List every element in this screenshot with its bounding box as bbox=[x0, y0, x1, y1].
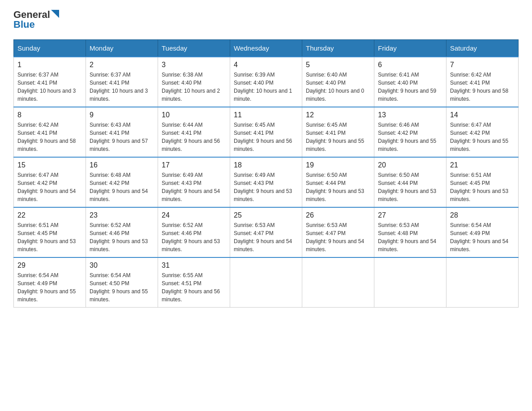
day-number-5: 5 bbox=[306, 61, 370, 69]
day-number-17: 17 bbox=[162, 161, 226, 169]
day-cell-6: 6Sunrise: 6:41 AMSunset: 4:40 PMDaylight… bbox=[374, 57, 446, 107]
weekday-header-saturday: Saturday bbox=[446, 40, 519, 57]
day-info-25: Sunrise: 6:53 AMSunset: 4:47 PMDaylight:… bbox=[234, 221, 298, 253]
day-info-4: Sunrise: 6:39 AMSunset: 4:40 PMDaylight:… bbox=[234, 71, 298, 103]
day-cell-22: 22Sunrise: 6:51 AMSunset: 4:45 PMDayligh… bbox=[14, 207, 86, 257]
day-number-26: 26 bbox=[306, 211, 370, 219]
day-number-21: 21 bbox=[450, 161, 515, 169]
day-number-27: 27 bbox=[378, 211, 442, 219]
day-info-16: Sunrise: 6:48 AMSunset: 4:42 PMDaylight:… bbox=[90, 171, 154, 203]
day-number-13: 13 bbox=[378, 111, 442, 119]
day-cell-7: 7Sunrise: 6:42 AMSunset: 4:41 PMDaylight… bbox=[446, 57, 519, 107]
day-info-18: Sunrise: 6:49 AMSunset: 4:43 PMDaylight:… bbox=[234, 171, 298, 203]
day-cell-27: 27Sunrise: 6:53 AMSunset: 4:48 PMDayligh… bbox=[374, 207, 446, 257]
day-info-6: Sunrise: 6:41 AMSunset: 4:40 PMDaylight:… bbox=[378, 71, 442, 103]
page-header: General Blue bbox=[13, 9, 519, 30]
empty-cell-w4-3 bbox=[230, 257, 302, 308]
day-cell-29: 29Sunrise: 6:54 AMSunset: 4:49 PMDayligh… bbox=[14, 257, 86, 308]
day-info-31: Sunrise: 6:55 AMSunset: 4:51 PMDaylight:… bbox=[162, 271, 226, 304]
day-number-10: 10 bbox=[162, 111, 226, 119]
day-number-20: 20 bbox=[378, 161, 442, 169]
day-number-23: 23 bbox=[90, 211, 154, 219]
day-cell-13: 13Sunrise: 6:46 AMSunset: 4:42 PMDayligh… bbox=[374, 107, 446, 157]
week-row-5: 29Sunrise: 6:54 AMSunset: 4:49 PMDayligh… bbox=[14, 257, 519, 308]
day-cell-3: 3Sunrise: 6:38 AMSunset: 4:40 PMDaylight… bbox=[158, 57, 230, 107]
day-cell-11: 11Sunrise: 6:45 AMSunset: 4:41 PMDayligh… bbox=[230, 107, 302, 157]
day-info-27: Sunrise: 6:53 AMSunset: 4:48 PMDaylight:… bbox=[378, 221, 442, 253]
day-cell-1: 1Sunrise: 6:37 AMSunset: 4:41 PMDaylight… bbox=[14, 57, 86, 107]
weekday-header-sunday: Sunday bbox=[14, 40, 86, 57]
week-row-1: 1Sunrise: 6:37 AMSunset: 4:41 PMDaylight… bbox=[14, 57, 519, 107]
day-info-9: Sunrise: 6:43 AMSunset: 4:41 PMDaylight:… bbox=[90, 121, 154, 153]
logo: General Blue bbox=[13, 9, 59, 30]
day-info-1: Sunrise: 6:37 AMSunset: 4:41 PMDaylight:… bbox=[17, 71, 82, 103]
calendar-table: SundayMondayTuesdayWednesdayThursdayFrid… bbox=[13, 39, 519, 308]
day-cell-12: 12Sunrise: 6:45 AMSunset: 4:41 PMDayligh… bbox=[302, 107, 374, 157]
day-info-10: Sunrise: 6:44 AMSunset: 4:41 PMDaylight:… bbox=[162, 121, 226, 153]
day-info-20: Sunrise: 6:50 AMSunset: 4:44 PMDaylight:… bbox=[378, 171, 442, 203]
day-info-7: Sunrise: 6:42 AMSunset: 4:41 PMDaylight:… bbox=[450, 71, 515, 103]
day-number-7: 7 bbox=[450, 61, 515, 69]
day-number-8: 8 bbox=[17, 111, 82, 119]
day-number-15: 15 bbox=[17, 161, 82, 169]
day-number-22: 22 bbox=[17, 211, 82, 219]
empty-cell-w4-5 bbox=[374, 257, 446, 308]
day-cell-14: 14Sunrise: 6:47 AMSunset: 4:42 PMDayligh… bbox=[446, 107, 519, 157]
day-info-21: Sunrise: 6:51 AMSunset: 4:45 PMDaylight:… bbox=[450, 171, 515, 203]
day-number-12: 12 bbox=[306, 111, 370, 119]
day-cell-17: 17Sunrise: 6:49 AMSunset: 4:43 PMDayligh… bbox=[158, 157, 230, 207]
day-info-2: Sunrise: 6:37 AMSunset: 4:41 PMDaylight:… bbox=[90, 71, 154, 103]
day-number-2: 2 bbox=[90, 61, 154, 69]
day-info-11: Sunrise: 6:45 AMSunset: 4:41 PMDaylight:… bbox=[234, 121, 298, 153]
svg-marker-0 bbox=[51, 10, 59, 18]
empty-cell-w4-6 bbox=[446, 257, 519, 308]
day-number-25: 25 bbox=[234, 211, 298, 219]
day-cell-20: 20Sunrise: 6:50 AMSunset: 4:44 PMDayligh… bbox=[374, 157, 446, 207]
weekday-header-wednesday: Wednesday bbox=[230, 40, 302, 57]
day-cell-5: 5Sunrise: 6:40 AMSunset: 4:40 PMDaylight… bbox=[302, 57, 374, 107]
day-info-26: Sunrise: 6:53 AMSunset: 4:47 PMDaylight:… bbox=[306, 221, 370, 253]
day-number-28: 28 bbox=[450, 211, 515, 219]
day-number-9: 9 bbox=[90, 111, 154, 119]
day-number-11: 11 bbox=[234, 111, 298, 119]
day-cell-26: 26Sunrise: 6:53 AMSunset: 4:47 PMDayligh… bbox=[302, 207, 374, 257]
day-cell-2: 2Sunrise: 6:37 AMSunset: 4:41 PMDaylight… bbox=[86, 57, 158, 107]
day-cell-8: 8Sunrise: 6:42 AMSunset: 4:41 PMDaylight… bbox=[14, 107, 86, 157]
day-cell-18: 18Sunrise: 6:49 AMSunset: 4:43 PMDayligh… bbox=[230, 157, 302, 207]
day-info-30: Sunrise: 6:54 AMSunset: 4:50 PMDaylight:… bbox=[90, 271, 154, 304]
day-cell-25: 25Sunrise: 6:53 AMSunset: 4:47 PMDayligh… bbox=[230, 207, 302, 257]
day-cell-10: 10Sunrise: 6:44 AMSunset: 4:41 PMDayligh… bbox=[158, 107, 230, 157]
day-cell-16: 16Sunrise: 6:48 AMSunset: 4:42 PMDayligh… bbox=[86, 157, 158, 207]
day-info-22: Sunrise: 6:51 AMSunset: 4:45 PMDaylight:… bbox=[17, 221, 82, 253]
day-info-3: Sunrise: 6:38 AMSunset: 4:40 PMDaylight:… bbox=[162, 71, 226, 103]
day-info-13: Sunrise: 6:46 AMSunset: 4:42 PMDaylight:… bbox=[378, 121, 442, 153]
day-number-31: 31 bbox=[162, 261, 226, 270]
day-cell-28: 28Sunrise: 6:54 AMSunset: 4:49 PMDayligh… bbox=[446, 207, 519, 257]
day-cell-21: 21Sunrise: 6:51 AMSunset: 4:45 PMDayligh… bbox=[446, 157, 519, 207]
day-number-3: 3 bbox=[162, 61, 226, 69]
day-info-28: Sunrise: 6:54 AMSunset: 4:49 PMDaylight:… bbox=[450, 221, 515, 253]
day-cell-30: 30Sunrise: 6:54 AMSunset: 4:50 PMDayligh… bbox=[86, 257, 158, 308]
day-info-17: Sunrise: 6:49 AMSunset: 4:43 PMDaylight:… bbox=[162, 171, 226, 203]
day-number-6: 6 bbox=[378, 61, 442, 69]
day-info-15: Sunrise: 6:47 AMSunset: 4:42 PMDaylight:… bbox=[17, 171, 82, 203]
day-number-14: 14 bbox=[450, 111, 515, 119]
day-cell-19: 19Sunrise: 6:50 AMSunset: 4:44 PMDayligh… bbox=[302, 157, 374, 207]
weekday-header-monday: Monday bbox=[86, 40, 158, 57]
day-cell-24: 24Sunrise: 6:52 AMSunset: 4:46 PMDayligh… bbox=[158, 207, 230, 257]
weekday-header-friday: Friday bbox=[374, 40, 446, 57]
day-number-1: 1 bbox=[17, 61, 82, 69]
day-cell-15: 15Sunrise: 6:47 AMSunset: 4:42 PMDayligh… bbox=[14, 157, 86, 207]
day-number-16: 16 bbox=[90, 161, 154, 169]
week-row-3: 15Sunrise: 6:47 AMSunset: 4:42 PMDayligh… bbox=[14, 157, 519, 207]
logo-arrow-icon bbox=[51, 10, 59, 18]
logo-blue: Blue bbox=[13, 19, 35, 30]
day-cell-9: 9Sunrise: 6:43 AMSunset: 4:41 PMDaylight… bbox=[86, 107, 158, 157]
week-row-4: 22Sunrise: 6:51 AMSunset: 4:45 PMDayligh… bbox=[14, 207, 519, 257]
day-info-5: Sunrise: 6:40 AMSunset: 4:40 PMDaylight:… bbox=[306, 71, 370, 103]
weekday-header-row: SundayMondayTuesdayWednesdayThursdayFrid… bbox=[14, 40, 519, 57]
day-info-23: Sunrise: 6:52 AMSunset: 4:46 PMDaylight:… bbox=[90, 221, 154, 253]
day-number-18: 18 bbox=[234, 161, 298, 169]
day-info-29: Sunrise: 6:54 AMSunset: 4:49 PMDaylight:… bbox=[17, 271, 82, 304]
week-row-2: 8Sunrise: 6:42 AMSunset: 4:41 PMDaylight… bbox=[14, 107, 519, 157]
